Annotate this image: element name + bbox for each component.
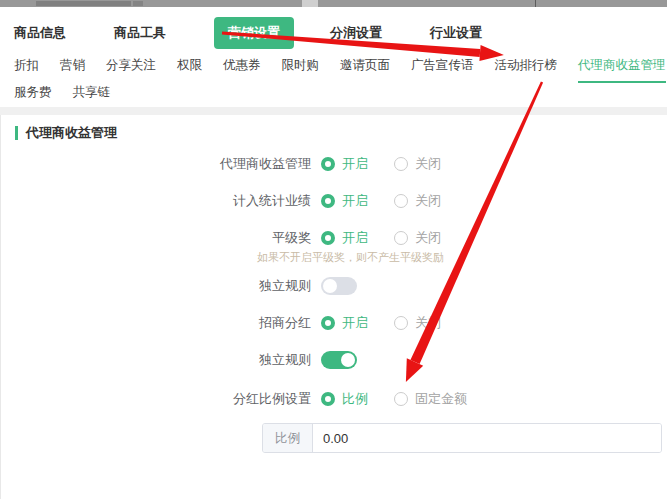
field-label: 平级奖 (15, 229, 311, 247)
radio-option-on[interactable]: 开启 (321, 155, 368, 173)
field-label: 独立规则 (15, 351, 311, 369)
radio-checked-icon[interactable] (321, 316, 335, 330)
radio-group-agent-revenue: 开启 关闭 (321, 155, 467, 173)
agent-revenue-form: 代理商收益管理 开启 关闭 计入统计业绩 开启 (15, 153, 667, 453)
radio-unchecked-icon[interactable] (394, 157, 408, 171)
form-row-same-level-award: 平级奖 开启 关闭 (15, 227, 667, 249)
subtab-invite-page[interactable]: 邀请页面 (340, 57, 390, 83)
field-label: 招商分红 (15, 314, 311, 332)
tab-product-tools[interactable]: 商品工具 (114, 24, 166, 42)
dimmed-fragment (302, 0, 318, 7)
radio-checked-icon[interactable] (321, 157, 335, 171)
form-row-independent-rule-1: 独立规则 (15, 275, 667, 297)
subtab-service-fee[interactable]: 服务费 (14, 84, 52, 110)
field-label: 代理商收益管理 (15, 155, 311, 173)
section-title-bar (15, 126, 18, 140)
toggle-knob (341, 353, 355, 367)
field-label: 独立规则 (15, 277, 311, 295)
radio-option-off[interactable]: 关闭 (394, 192, 441, 210)
subtab-discount[interactable]: 折扣 (14, 57, 39, 83)
dimmed-background-strip (0, 0, 667, 7)
independent-rule-toggle-off[interactable] (321, 277, 357, 295)
dimmed-fragment (36, 1, 131, 6)
subtab-permission[interactable]: 权限 (177, 57, 202, 83)
radio-group-count-in-stats: 开启 关闭 (321, 192, 467, 210)
field-label: 分红比例设置 (15, 390, 311, 408)
subtab-share-follow[interactable]: 分享关注 (106, 57, 156, 83)
section-title: 代理商收益管理 (15, 123, 667, 143)
subtab-flash-sale[interactable]: 限时购 (282, 57, 320, 83)
radio-option-ratio[interactable]: 比例 (321, 390, 368, 408)
subtab-marketing[interactable]: 营销 (60, 57, 85, 83)
sub-tab-bar-row2: 服务费 共享链 (14, 84, 653, 108)
radio-unchecked-icon[interactable] (394, 231, 408, 245)
radio-checked-icon[interactable] (321, 392, 335, 406)
form-row-agent-revenue: 代理商收益管理 开启 关闭 (15, 153, 667, 175)
dimmed-fragment (133, 1, 143, 6)
ratio-input[interactable] (313, 424, 661, 452)
independent-rule-toggle-on[interactable] (321, 351, 357, 369)
tab-profit-settings[interactable]: 分润设置 (330, 24, 382, 42)
ratio-input-prefix: 比例 (263, 424, 313, 452)
subtab-activity-ranking[interactable]: 活动排行榜 (495, 57, 558, 83)
radio-option-on[interactable]: 开启 (321, 192, 368, 210)
subtab-ad-slogan[interactable]: 广告宣传语 (411, 57, 474, 83)
radio-option-off[interactable]: 关闭 (394, 155, 441, 173)
radio-group-same-level-award: 开启 关闭 (321, 229, 467, 247)
tabs-card: 商品信息 商品工具 营销设置 分润设置 行业设置 折扣 营销 分享关注 权限 优… (0, 7, 667, 107)
same-level-award-hint: 如果不开启平级奖，则不产生平级奖励 (257, 250, 667, 262)
form-row-recruit-dividend: 招商分红 开启 关闭 (15, 312, 667, 334)
agent-revenue-panel: 代理商收益管理 代理商收益管理 开启 关闭 计入统计业绩 开启 (0, 115, 667, 499)
radio-group-recruit-dividend: 开启 关闭 (321, 314, 467, 332)
subtab-agent-revenue-active[interactable]: 代理商收益管理 (578, 57, 666, 83)
radio-checked-icon[interactable] (321, 194, 335, 208)
dimmed-fragment (535, 0, 536, 7)
radio-checked-icon[interactable] (321, 231, 335, 245)
radio-unchecked-icon[interactable] (394, 194, 408, 208)
tab-industry-settings[interactable]: 行业设置 (430, 24, 482, 42)
ratio-input-row: 比例 (262, 423, 662, 453)
tab-product-info[interactable]: 商品信息 (14, 24, 66, 42)
radio-option-on[interactable]: 开启 (321, 314, 368, 332)
subtab-shared-chain[interactable]: 共享链 (73, 84, 111, 110)
radio-option-off[interactable]: 关闭 (394, 314, 441, 332)
radio-unchecked-icon[interactable] (394, 392, 408, 406)
field-label: 计入统计业绩 (15, 192, 311, 210)
main-tab-bar: 商品信息 商品工具 营销设置 分润设置 行业设置 (14, 18, 653, 48)
form-row-independent-rule-2: 独立规则 (15, 349, 667, 371)
section-title-text: 代理商收益管理 (26, 124, 117, 142)
radio-option-on[interactable]: 开启 (321, 229, 368, 247)
form-row-count-in-stats: 计入统计业绩 开启 关闭 (15, 190, 667, 212)
sub-tab-bar: 折扣 营销 分享关注 权限 优惠券 限时购 邀请页面 广告宣传语 活动排行榜 代… (14, 57, 653, 84)
radio-option-off[interactable]: 关闭 (394, 229, 441, 247)
tab-marketing-settings-active[interactable]: 营销设置 (214, 17, 294, 49)
form-row-dividend-ratio-setting: 分红比例设置 比例 固定金额 (15, 388, 667, 410)
ratio-input-group: 比例 (262, 423, 662, 453)
radio-group-dividend-ratio: 比例 固定金额 (321, 390, 493, 408)
toggle-knob (323, 279, 337, 293)
radio-option-fixed-amount[interactable]: 固定金额 (394, 390, 467, 408)
subtab-coupon[interactable]: 优惠券 (223, 57, 261, 83)
radio-unchecked-icon[interactable] (394, 316, 408, 330)
